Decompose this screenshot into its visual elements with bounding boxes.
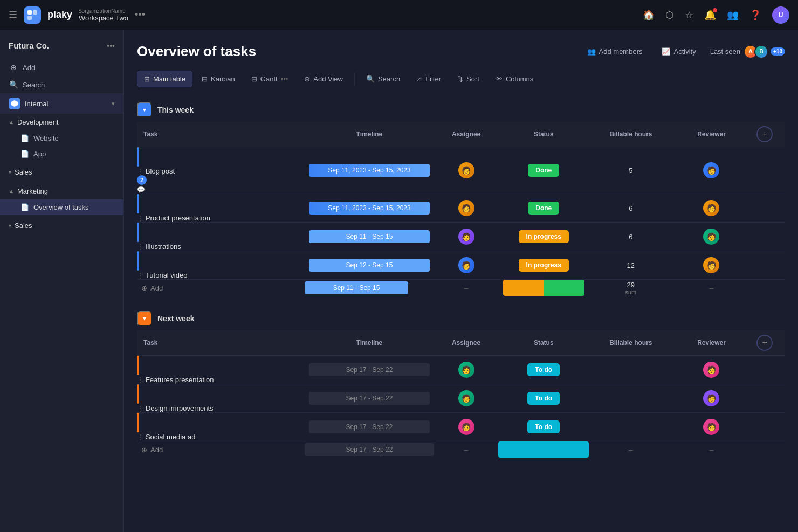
status-badge[interactable]: In progress [519,259,569,272]
people-icon[interactable]: 👥 [727,9,739,21]
gantt-more-icon[interactable]: ••• [281,75,288,83]
task-name[interactable]: Design imrpovements [146,404,214,412]
bell-icon[interactable]: 🔔 [704,9,716,21]
task-name[interactable]: Blog post [146,167,175,175]
timeline-bar[interactable]: Sep 17 - Sep 22 [309,420,429,433]
sum-timeline-bar: Sep 11 - Sep 15 [305,281,408,294]
billable-cell[interactable]: 6 [589,223,673,251]
add-members-button[interactable]: 👥 Add members [582,44,648,59]
add-column-btn[interactable]: + [756,126,773,142]
task-name[interactable]: Social media ad [146,433,196,441]
reviewer-avatar[interactable]: 🧑 [703,200,719,216]
sidebar-group-sales2[interactable]: ▾ Sales [0,217,123,234]
comment-icon[interactable]: 💬 [137,186,145,194]
assignee-cell: 🧑 [434,223,499,251]
col-header-assignee: Assignee [434,122,499,147]
workspace-more-icon[interactable]: ••• [135,9,145,20]
star-icon[interactable]: ☆ [685,9,693,21]
next-col-header-add: + [750,330,785,356]
task-name[interactable]: Tutorial video [146,271,188,279]
reviewer-avatar[interactable]: 🧑 [703,162,719,178]
sort-button[interactable]: ⇅ Sort [450,71,486,87]
sidebar-item-search[interactable]: 🔍 Search [0,76,123,93]
drag-handle-icon[interactable]: ⋮ [137,376,143,384]
task-name[interactable]: Product presentation [146,214,210,222]
sidebar-group-development[interactable]: ▲ Development [0,114,123,130]
next-week-add-button[interactable]: ⊕ Add [137,444,305,456]
status-badge[interactable]: In progress [519,230,569,243]
overview-icon: 📄 [20,203,29,211]
reviewer-avatar[interactable]: 🧑 [703,229,719,245]
main-table-button[interactable]: ⊞ Main table [137,71,192,87]
sort-icon: ⇅ [457,75,463,83]
drag-handle-icon[interactable]: ⋮ [137,272,143,279]
billable-cell[interactable] [589,413,673,441]
sidebar-item-website[interactable]: 📄 Website [0,130,123,146]
kanban-button[interactable]: ⊟ Kanban [195,71,242,87]
timeline-bar[interactable]: Sep 17 - Sep 22 [309,363,429,376]
task-name[interactable]: Illustrations [146,243,181,251]
billable-cell[interactable] [589,356,673,384]
next-col-header-task: Task [137,330,305,356]
hamburger-icon[interactable]: ☰ [9,9,17,21]
drag-handle-icon[interactable]: ⋮ [137,243,143,251]
internal-group-header[interactable]: Internal ▾ [0,93,123,114]
home-icon[interactable]: 🏠 [643,9,655,21]
assignee-avatar[interactable]: 🧑 [458,419,474,435]
task-name-container: ⋮ Product presentation [137,194,305,222]
website-icon: 📄 [20,134,29,142]
activity-button[interactable]: 📈 Activity [656,44,701,59]
status-badge[interactable]: To do [527,392,560,405]
user-avatar[interactable]: U [772,6,789,24]
status-badge[interactable]: Done [528,164,559,177]
next-col-header-billable: Billable hours [589,330,673,356]
task-name[interactable]: Features presentation [146,376,214,384]
sidebar-item-add[interactable]: ⊕ Add [0,59,123,76]
sidebar-group-marketing[interactable]: ▲ Marketing [0,183,123,199]
sidebar-item-app[interactable]: 📄 App [0,146,123,162]
reviewer-avatar[interactable]: 🧑 [703,390,719,406]
assignee-avatar[interactable]: 🧑 [458,162,474,178]
reviewer-avatar[interactable]: 🧑 [703,257,719,273]
billable-cell[interactable] [589,384,673,413]
sidebar-workspace-more[interactable]: ••• [107,42,115,50]
timeline-bar[interactable]: Sep 11, 2023 - Sep 15, 2023 [309,164,429,177]
timeline-bar[interactable]: Sep 17 - Sep 22 [309,392,429,405]
columns-button[interactable]: 👁 Columns [489,71,540,87]
status-badge[interactable]: To do [527,363,560,376]
drag-handle-icon[interactable]: ⋮ [137,405,143,412]
billable-cell[interactable]: 12 [589,251,673,280]
sidebar-group-sales1[interactable]: ▾ Sales [0,164,123,181]
search-button[interactable]: 🔍 Search [359,71,407,87]
billable-cell[interactable]: 5 [589,147,673,194]
kanban-label: Kanban [211,75,235,83]
assignee-avatar[interactable]: 🧑 [458,257,474,273]
timeline-bar[interactable]: Sep 11, 2023 - Sep 15, 2023 [309,202,429,215]
logo-icon[interactable] [24,6,41,24]
question-icon[interactable]: ❓ [749,9,761,21]
this-week-add-button[interactable]: ⊕ Add [137,282,305,294]
reviewer-avatar[interactable]: 🧑 [703,362,719,378]
billable-cell[interactable]: 6 [589,194,673,223]
drag-handle-icon[interactable]: ⋮ [137,215,143,222]
comment-badge[interactable]: 2 [137,175,147,185]
next-week-collapse-btn[interactable]: ▾ [137,311,152,326]
assignee-avatar[interactable]: 🧑 [458,229,474,245]
timeline-bar[interactable]: Sep 11 - Sep 15 [309,230,429,243]
this-week-collapse-btn[interactable]: ▾ [137,102,152,118]
cube-icon[interactable]: ⬡ [665,9,674,21]
status-badge[interactable]: To do [527,420,560,433]
drag-handle-icon[interactable]: ⋮ [137,168,143,175]
filter-button[interactable]: ⊿ Filter [409,71,448,87]
assignee-avatar[interactable]: 🧑 [458,200,474,216]
timeline-bar[interactable]: Sep 12 - Sep 15 [309,259,429,272]
gantt-button[interactable]: ⊟ Gantt ••• [244,71,295,87]
assignee-avatar[interactable]: 🧑 [458,390,474,406]
reviewer-avatar[interactable]: 🧑 [703,419,719,435]
assignee-avatar[interactable]: 🧑 [458,362,474,378]
next-add-column-btn[interactable]: + [756,335,773,351]
drag-handle-icon[interactable]: ⋮ [137,433,143,441]
sidebar-item-overview[interactable]: 📄 Overview of tasks [0,199,123,215]
status-badge[interactable]: Done [528,202,559,215]
add-view-button[interactable]: ⊕ Add View [297,71,350,87]
